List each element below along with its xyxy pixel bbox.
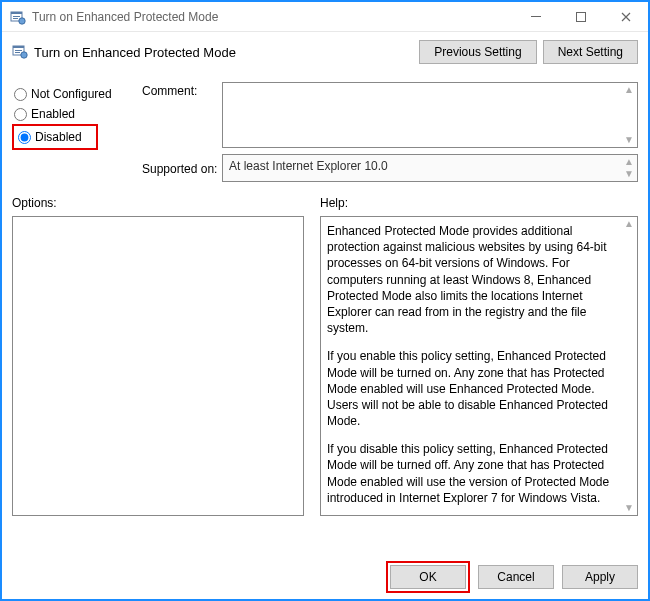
scroll-down-icon: ▼ bbox=[624, 169, 634, 179]
svg-rect-8 bbox=[13, 46, 24, 48]
help-paragraph: If you disable this policy setting, Enha… bbox=[327, 441, 617, 506]
svg-point-4 bbox=[19, 17, 25, 23]
window-title: Turn on Enhanced Protected Mode bbox=[32, 10, 513, 24]
apply-button[interactable]: Apply bbox=[562, 565, 638, 589]
svg-rect-5 bbox=[531, 16, 541, 17]
help-label: Help: bbox=[320, 196, 638, 210]
scrollbar[interactable]: ▲ ▼ bbox=[621, 217, 637, 515]
radio-label: Enabled bbox=[31, 107, 75, 121]
minimize-button[interactable] bbox=[513, 2, 558, 31]
options-label: Options: bbox=[12, 196, 304, 210]
supported-on-label: Supported on: bbox=[142, 160, 222, 176]
svg-rect-6 bbox=[576, 12, 585, 21]
scrollbar[interactable]: ▲ ▼ bbox=[621, 83, 637, 147]
previous-setting-button[interactable]: Previous Setting bbox=[419, 40, 536, 64]
scroll-up-icon: ▲ bbox=[624, 157, 634, 167]
highlight-disabled: Disabled bbox=[12, 124, 98, 150]
maximize-button[interactable] bbox=[558, 2, 603, 31]
highlight-ok: OK bbox=[386, 561, 470, 593]
close-button[interactable] bbox=[603, 2, 648, 31]
window-controls bbox=[513, 2, 648, 31]
policy-icon bbox=[10, 9, 26, 25]
radio-not-configured[interactable]: Not Configured bbox=[12, 84, 142, 104]
titlebar: Turn on Enhanced Protected Mode bbox=[2, 2, 648, 32]
svg-point-11 bbox=[21, 51, 27, 57]
radio-disabled[interactable]: Disabled bbox=[16, 127, 96, 147]
radio-label: Disabled bbox=[35, 130, 82, 144]
scroll-up-icon: ▲ bbox=[624, 219, 634, 229]
radio-disabled-input[interactable] bbox=[18, 131, 31, 144]
radio-label: Not Configured bbox=[31, 87, 112, 101]
svg-rect-2 bbox=[13, 16, 20, 17]
supported-on-value: At least Internet Explorer 10.0 bbox=[229, 159, 388, 173]
cancel-button[interactable]: Cancel bbox=[478, 565, 554, 589]
options-panel bbox=[12, 216, 304, 516]
radio-enabled-input[interactable] bbox=[14, 108, 27, 121]
next-setting-button[interactable]: Next Setting bbox=[543, 40, 638, 64]
scroll-up-icon: ▲ bbox=[624, 85, 634, 95]
help-panel: Enhanced Protected Mode provides additio… bbox=[320, 216, 638, 516]
radio-not-configured-input[interactable] bbox=[14, 88, 27, 101]
policy-icon bbox=[12, 43, 28, 62]
comment-label: Comment: bbox=[142, 82, 222, 98]
comment-textarea[interactable]: ▲ ▼ bbox=[222, 82, 638, 148]
svg-rect-3 bbox=[13, 18, 18, 19]
svg-rect-9 bbox=[15, 50, 22, 51]
page-title: Turn on Enhanced Protected Mode bbox=[34, 45, 413, 60]
ok-button[interactable]: OK bbox=[390, 565, 466, 589]
supported-on-field: At least Internet Explorer 10.0 ▲ ▼ bbox=[222, 154, 638, 182]
scrollbar[interactable]: ▲ ▼ bbox=[621, 155, 637, 181]
help-text: Enhanced Protected Mode provides additio… bbox=[327, 223, 617, 509]
scroll-down-icon: ▼ bbox=[624, 135, 634, 145]
dialog-footer: OK Cancel Apply bbox=[386, 561, 638, 593]
svg-rect-10 bbox=[15, 52, 20, 53]
help-paragraph: Enhanced Protected Mode provides additio… bbox=[327, 223, 617, 336]
radio-enabled[interactable]: Enabled bbox=[12, 104, 142, 124]
scroll-down-icon: ▼ bbox=[624, 503, 634, 513]
help-paragraph: If you enable this policy setting, Enhan… bbox=[327, 348, 617, 429]
svg-rect-1 bbox=[11, 12, 22, 14]
dialog-window: Turn on Enhanced Protected Mode bbox=[0, 0, 650, 601]
